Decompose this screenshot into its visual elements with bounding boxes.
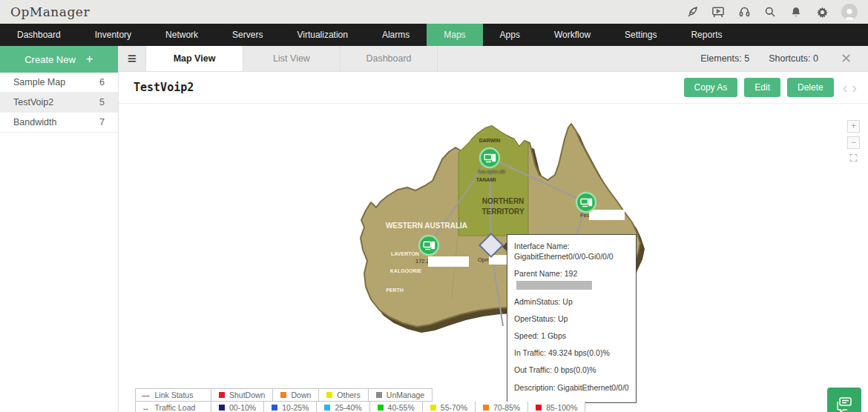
legend-item-label: Down (291, 391, 311, 399)
tooltip-parent-name: Parent Name: 192 (514, 268, 629, 289)
topbar-icon-group (685, 4, 858, 20)
nav-workflow[interactable]: Workflow (537, 24, 608, 46)
australia-map: DARWIN TANAMI NORTHERN TERRITORY WESTERN… (119, 104, 868, 412)
legend-link-status-row: — Link Status ShutDown Down Others UnMan… (135, 388, 585, 402)
create-new-label: Create New (24, 54, 76, 65)
sidebar-item-bandwidth[interactable]: Bandwidth 7 (0, 113, 118, 133)
edit-button[interactable]: Edit (744, 78, 780, 97)
device-node-laverton[interactable] (419, 236, 438, 255)
map-legend: — Link Status ShutDown Down Others UnMan… (135, 388, 585, 412)
search-icon[interactable] (763, 5, 777, 19)
redaction-box (516, 281, 592, 290)
tooltip-admin-status: AdminStatus: Up (514, 296, 629, 307)
legend-item-label: 70-85% (493, 403, 520, 412)
legend-item-label: 85-100% (546, 403, 577, 412)
tab-map-view[interactable]: Map View (146, 46, 243, 71)
map-name: TestVoip2 (13, 97, 53, 107)
nav-servers[interactable]: Servers (215, 24, 280, 46)
label-nt-1: NORTHERN (482, 197, 525, 205)
color-chip (378, 405, 384, 411)
device-node-east[interactable] (576, 193, 596, 212)
nav-virtualization[interactable]: Virtualization (280, 24, 364, 46)
legend-label: Link Status (155, 391, 194, 399)
maps-sidebar: Create New + Sample Map 6 TestVoip2 5 Ba… (0, 46, 119, 412)
nav-dashboard[interactable]: Dashboard (0, 24, 78, 46)
tooltip-speed: Speed: 1 Gbps (514, 330, 629, 341)
tab-dashboard[interactable]: Dashboard (341, 46, 438, 71)
label-western-australia: WESTERN AUSTRALIA (386, 222, 467, 230)
map-name: Bandwidth (13, 117, 56, 127)
legend-item-shutdown: ShutDown (211, 388, 273, 402)
close-icon[interactable]: ✕ (838, 50, 855, 67)
label-kalgoorlie: KALGOORIE (390, 268, 422, 273)
tooltip-in-traffic: In Traffic: 49.324 bps(0.0)% (514, 348, 629, 358)
nav-alarms[interactable]: Alarms (365, 24, 427, 46)
map-zoom-controls: + − ⛶ (847, 120, 860, 165)
elements-count: Elements: 5 (700, 53, 749, 64)
settings-gear-icon[interactable] (815, 5, 829, 19)
legend-item-0-10: 00-10% (211, 402, 264, 412)
legend-link-status-header: — Link Status (135, 388, 211, 402)
color-chip (324, 405, 330, 411)
laverton-device-label: 172.2 (415, 258, 430, 265)
label-darwin: DARWIN (479, 138, 501, 143)
sidebar-item-sample-map[interactable]: Sample Map 6 (0, 73, 118, 93)
next-map-chevron-icon[interactable]: › (849, 79, 859, 96)
color-chip (326, 392, 332, 398)
darwin-device-label: tra-opm-db (479, 168, 506, 175)
label-laverton: LAVERTON (391, 251, 419, 256)
map-count: 5 (99, 97, 105, 107)
create-new-button[interactable]: Create New + (0, 46, 118, 73)
training-icon[interactable] (711, 5, 725, 19)
color-chip (430, 405, 436, 411)
tooltip-out-traffic: Out Traffic: 0 bps(0.0)% (514, 365, 629, 375)
support-headset-icon[interactable] (737, 5, 751, 19)
shortcuts-count: Shortcuts: 0 (769, 53, 818, 64)
map-count: 6 (99, 77, 105, 87)
traffic-arrow-icon: ↔ (142, 403, 149, 412)
rocket-icon[interactable] (685, 5, 699, 19)
interface-node-label: Opm (478, 256, 490, 263)
plus-icon: + (86, 52, 93, 67)
hamburger-menu-icon[interactable]: ≡ (119, 46, 146, 71)
title-actions: Copy As Edit Delete ‹ › (684, 78, 859, 97)
tooltip-parent-prefix: Parent Name: 192 (514, 269, 577, 278)
copy-as-button[interactable]: Copy As (684, 78, 738, 97)
tab-list-view[interactable]: List View (243, 46, 341, 71)
main-nav: Dashboard Inventory Network Servers Virt… (0, 24, 868, 46)
main-content: ≡ Map View List View Dashboard Elements:… (119, 46, 868, 412)
notifications-bell-icon[interactable] (789, 5, 803, 19)
zoom-in-button[interactable]: + (847, 120, 860, 133)
map-pager: ‹ › (841, 79, 859, 96)
legend-item-25-40: 25-40% (317, 402, 369, 412)
legend-item-10-25: 10-25% (264, 402, 317, 412)
delete-button[interactable]: Delete (787, 78, 834, 97)
legend-item-label: 25-40% (335, 403, 361, 412)
top-bar: OpManager (0, 0, 868, 24)
sidebar-item-testvoip2[interactable]: TestVoip2 5 (0, 93, 118, 113)
nav-inventory[interactable]: Inventory (78, 24, 148, 46)
legend-item-label: ShutDown (229, 391, 265, 399)
user-avatar[interactable] (841, 4, 858, 20)
map-count: 7 (99, 117, 105, 127)
label-tanami: TANAMI (476, 177, 496, 182)
redaction-box (589, 210, 625, 220)
live-chat-button[interactable] (827, 388, 861, 412)
view-tabstrip: ≡ Map View List View Dashboard Elements:… (119, 46, 868, 72)
tooltip-interface-name: Interface Name: GigabitEthernet0/0/0-Gi0… (514, 241, 629, 262)
legend-item-label: Others (337, 391, 361, 399)
interface-tooltip: Interface Name: GigabitEthernet0/0/0-Gi0… (507, 234, 637, 403)
nav-reports[interactable]: Reports (674, 24, 739, 46)
nav-apps[interactable]: Apps (483, 24, 537, 46)
fit-screen-button[interactable]: ⛶ (847, 153, 860, 165)
map-canvas[interactable]: DARWIN TANAMI NORTHERN TERRITORY WESTERN… (119, 104, 868, 412)
nav-network[interactable]: Network (148, 24, 215, 46)
tooltip-oper-status: OperStatus: Up (514, 313, 629, 324)
device-node-darwin[interactable] (480, 148, 499, 167)
prev-map-chevron-icon[interactable]: ‹ (841, 79, 850, 96)
color-chip (376, 392, 382, 398)
redaction-box (428, 256, 469, 267)
zoom-out-button[interactable]: − (847, 136, 860, 149)
nav-maps[interactable]: Maps (427, 24, 482, 46)
nav-settings[interactable]: Settings (608, 24, 674, 46)
